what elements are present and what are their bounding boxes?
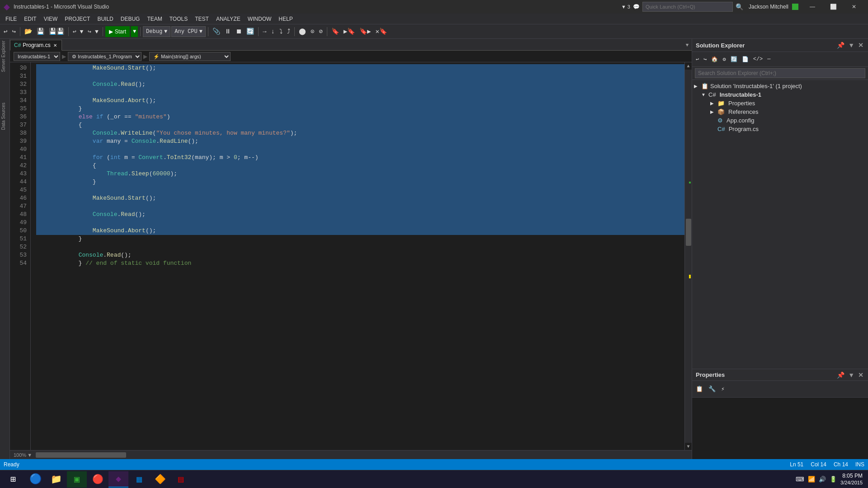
code-content[interactable]: MakeSound.Start(); Console.Read(); — [31, 62, 684, 450]
sol-toolbar-btn6[interactable]: 📄 — [740, 53, 750, 66]
toolbar-nav1[interactable]: → — [261, 25, 268, 38]
toolbar-redo[interactable]: ↪ ▼ — [86, 25, 100, 38]
menu-window[interactable]: WINDOW — [244, 14, 275, 24]
scroll-track[interactable] — [685, 70, 692, 443]
menu-help[interactable]: HELP — [275, 14, 296, 24]
tree-properties[interactable]: ▶ 📁 Properties — [692, 99, 868, 108]
server-explorer-panel: Server Explorer Data Sources — [0, 39, 10, 459]
platform-dropdown[interactable]: Any CPU ▼ — [171, 26, 206, 37]
taskbar-app7[interactable]: 🔶 — [150, 471, 170, 488]
start-dropdown[interactable]: ▼ — [131, 26, 138, 37]
menu-debug[interactable]: DEBUG — [117, 14, 144, 24]
quick-launch-input[interactable] — [642, 2, 733, 12]
toolbar-fwd[interactable]: ↪ — [10, 25, 17, 38]
sol-toolbar-btn3[interactable]: 🏠 — [709, 53, 720, 66]
prop-btn2[interactable]: 🔧 — [707, 383, 717, 395]
network-icon[interactable]: 📶 — [808, 476, 815, 483]
sol-toolbar-btn8[interactable]: — — [765, 53, 772, 66]
project-node[interactable]: ▼ C# Instructables-1 — [692, 90, 868, 99]
menu-view[interactable]: VIEW — [40, 14, 61, 24]
sol-toolbar-btn2[interactable]: ↪ — [702, 53, 708, 66]
prop-close-btn[interactable]: ✕ — [857, 371, 864, 380]
program-cs-tab[interactable]: C# Program.cs ✕ — [10, 40, 62, 51]
data-sources-label[interactable]: Data Sources — [0, 101, 9, 132]
sol-toolbar-btn4[interactable]: ⚙ — [721, 53, 727, 66]
taskbar-vs[interactable]: ◆ — [108, 471, 128, 488]
scroll-down-btn[interactable]: ▼ — [685, 443, 692, 450]
menu-edit[interactable]: EDIT — [20, 14, 40, 24]
toolbar-bm3[interactable]: 🔖▶ — [358, 25, 373, 38]
volume-icon[interactable]: 🔊 — [819, 476, 826, 483]
prop-dropdown-btn[interactable]: ▼ — [847, 371, 855, 380]
project-dropdown[interactable]: Instructables-1 — [14, 52, 60, 61]
menu-analyze[interactable]: ANALYZE — [212, 14, 244, 24]
menu-build[interactable]: BUILD — [94, 14, 117, 24]
toolbar-nav4[interactable]: ⤴ — [285, 25, 292, 38]
sol-exp-settings-btn[interactable]: ▼ — [847, 41, 855, 50]
toolbar-saveall[interactable]: 💾💾 — [47, 25, 66, 38]
prop-pin-btn[interactable]: 📌 — [836, 371, 845, 380]
tab-close-icon[interactable]: ✕ — [52, 42, 58, 48]
class-dropdown[interactable]: ⚙ Instructables_1.Program — [68, 52, 142, 61]
toolbar-back[interactable]: ↩ — [2, 25, 9, 38]
code-editor[interactable]: 3031323334 3536373839 4041424344 4546474… — [10, 62, 684, 450]
method-dropdown[interactable]: ⚡ Main(string[] args) — [149, 52, 231, 61]
toolbar-nav2[interactable]: ↓ — [269, 25, 276, 38]
sol-exp-pin-btn[interactable]: 📌 — [836, 41, 845, 50]
editor-scrollbar[interactable]: ▲ ▼ — [684, 62, 692, 450]
chat-icon[interactable]: 💬 — [633, 4, 640, 10]
zoom-dropdown-icon[interactable]: ▼ — [27, 452, 32, 458]
solution-node[interactable]: ▶ 📋 Solution 'Instructables-1' (1 projec… — [692, 82, 868, 90]
menu-project[interactable]: PROJECT — [61, 14, 94, 24]
taskbar-chrome[interactable]: 🔴 — [88, 471, 108, 488]
scroll-thumb[interactable] — [686, 219, 691, 246]
toolbar-bm[interactable]: 🔖 — [330, 25, 341, 38]
prop-btn3[interactable]: ⚡ — [719, 383, 726, 395]
toolbar-bp1[interactable]: ⬤ — [297, 25, 308, 38]
toolbar-save[interactable]: 💾 — [35, 25, 46, 38]
config-dropdown[interactable]: Debug ▼ — [143, 26, 170, 37]
toolbar-stop[interactable]: ⏹ — [234, 25, 244, 38]
prop-btn1[interactable]: 📋 — [694, 383, 705, 395]
user-name[interactable]: Jackson Mitchell — [749, 4, 788, 10]
toolbar-bp2[interactable]: ⊙ — [309, 25, 316, 38]
solution-search-input[interactable] — [695, 68, 865, 78]
toolbar-bm4[interactable]: ✕🔖 — [374, 25, 389, 38]
taskbar-explorer[interactable]: 📁 — [46, 471, 66, 488]
toolbar-nav3[interactable]: ⤵ — [278, 25, 284, 38]
sol-exp-close-btn[interactable]: ✕ — [857, 41, 864, 50]
notification-icon[interactable]: ▼ 3 — [621, 4, 630, 9]
menu-file[interactable]: FILE — [2, 14, 20, 24]
taskbar-app8[interactable]: ▤ — [171, 471, 191, 488]
menu-tools[interactable]: TOOLS — [166, 14, 191, 24]
toolbar-open[interactable]: 📂 — [23, 25, 34, 38]
start-menu-btn[interactable]: ⊞ — [2, 471, 24, 488]
horizontal-scrollbar[interactable] — [36, 452, 684, 458]
menu-test[interactable]: TEST — [191, 14, 212, 24]
toolbar-bp3[interactable]: ⊘ — [317, 25, 324, 38]
server-explorer-label[interactable]: Server Explorer — [0, 39, 9, 74]
taskbar-app6[interactable]: ▦ — [129, 471, 149, 488]
menu-team[interactable]: TEAM — [143, 14, 165, 24]
toolbar-attach[interactable]: 📎 — [211, 25, 222, 38]
start-button[interactable]: ▶ Start — [105, 26, 130, 37]
scroll-up-btn[interactable]: ▲ — [685, 62, 692, 70]
sol-toolbar-btn1[interactable]: ↩ — [694, 53, 701, 66]
toolbar-restart[interactable]: 🔄 — [245, 25, 256, 38]
search-icon[interactable]: 🔍 — [736, 3, 743, 10]
taskbar-app3[interactable]: ▣ — [67, 471, 87, 488]
restore-button[interactable]: ⬜ — [823, 0, 844, 14]
close-button[interactable]: ✕ — [844, 0, 864, 14]
tree-references[interactable]: ▶ 📦 References — [692, 108, 868, 116]
sol-toolbar-btn7[interactable]: </> — [751, 53, 765, 66]
minimize-button[interactable]: — — [802, 0, 823, 14]
code-line-38: Console.WriteLine("You chose minutes, ho… — [36, 129, 684, 137]
taskbar-ie[interactable]: 🔵 — [25, 471, 45, 488]
toolbar-bm2[interactable]: ▶🔖 — [342, 25, 357, 38]
tab-collapse-btn[interactable]: ▼ — [683, 40, 692, 51]
sol-toolbar-btn5[interactable]: 🔄 — [729, 53, 739, 66]
tree-programcs[interactable]: C# Program.cs — [692, 125, 868, 133]
tree-appconfig[interactable]: ⚙ App.config — [692, 116, 868, 125]
toolbar-undo[interactable]: ↩ ▼ — [71, 25, 85, 38]
toolbar-pause[interactable]: ⏸ — [223, 25, 233, 38]
